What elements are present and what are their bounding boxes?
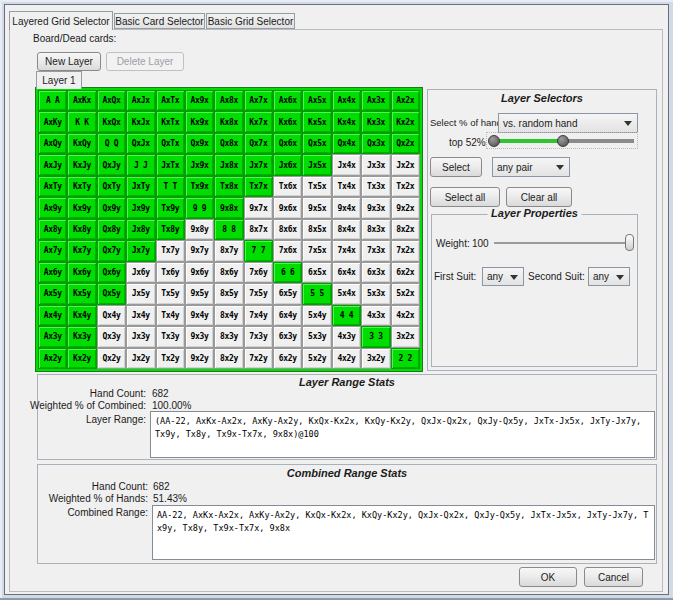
grid-cell[interactable]: Tx6y (156, 262, 185, 283)
grid-cell[interactable]: 8x7y (214, 240, 243, 261)
pair-dropdown[interactable]: any pair (492, 157, 570, 177)
grid-cell[interactable]: 5 5 (302, 283, 331, 304)
grid-cell[interactable]: Jx5y (126, 283, 155, 304)
grid-cell[interactable]: 9x5y (185, 283, 214, 304)
grid-cell[interactable]: Kx3x (361, 111, 390, 132)
grid-cell[interactable]: 3x2x (391, 326, 420, 347)
grid-cell[interactable]: Tx7x (244, 176, 273, 197)
grid-cell[interactable]: Ax8y (38, 219, 67, 240)
grid-cell[interactable]: Kx6y (67, 262, 96, 283)
grid-cell[interactable]: Qx3x (361, 133, 390, 154)
select-all-button[interactable]: Select all (430, 187, 500, 207)
grid-cell[interactable]: 5x3y (302, 326, 331, 347)
grid-cell[interactable]: 8x6y (214, 262, 243, 283)
grid-cell[interactable]: 8x4y (214, 305, 243, 326)
grid-cell[interactable]: Kx6x (273, 111, 302, 132)
grid-cell[interactable]: Jx4y (126, 305, 155, 326)
second-suit-dropdown[interactable]: any (588, 267, 630, 286)
grid-cell[interactable]: 6x4y (273, 305, 302, 326)
grid-cell[interactable]: 9x5x (302, 197, 331, 218)
select-button[interactable]: Select (430, 157, 482, 177)
grid-cell[interactable]: Kx9y (67, 197, 96, 218)
grid-cell[interactable]: Tx5x (302, 176, 331, 197)
grid-cell[interactable]: 5x4x (332, 283, 361, 304)
grid-cell[interactable]: 9x3y (185, 326, 214, 347)
grid-cell[interactable]: Ax7x (244, 90, 273, 111)
grid-cell[interactable]: 4x3x (361, 305, 390, 326)
grid-cell[interactable]: 5x2x (391, 283, 420, 304)
grid-cell[interactable]: Kx7x (244, 111, 273, 132)
grid-cell[interactable]: Jx8y (126, 219, 155, 240)
grid-cell[interactable]: Kx7y (67, 240, 96, 261)
grid-cell[interactable]: 6x2y (273, 348, 302, 369)
grid-cell[interactable]: Qx6y (97, 262, 126, 283)
grid-cell[interactable]: Qx9x (185, 133, 214, 154)
grid-cell[interactable]: Jx2x (391, 154, 420, 175)
slider-thumb-high[interactable] (557, 135, 569, 147)
grid-cell[interactable]: 7x4y (244, 305, 273, 326)
grid-cell[interactable]: AxQx (97, 90, 126, 111)
grid-cell[interactable]: 8x4x (332, 219, 361, 240)
weight-slider[interactable] (494, 234, 634, 251)
grid-cell[interactable]: Ax9y (38, 197, 67, 218)
grid-cell[interactable]: J J (126, 154, 155, 175)
grid-cell[interactable]: 2 2 (391, 348, 420, 369)
grid-cell[interactable]: 3 3 (361, 326, 390, 347)
grid-cell[interactable]: Tx4y (156, 305, 185, 326)
grid-cell[interactable]: Jx8x (214, 154, 243, 175)
grid-cell[interactable]: 6x4x (332, 262, 361, 283)
grid-cell[interactable]: Jx6y (126, 262, 155, 283)
tab-basic-card-selector[interactable]: Basic Card Selector (114, 13, 205, 29)
grid-cell[interactable]: Kx4x (332, 111, 361, 132)
grid-cell[interactable]: Tx4x (332, 176, 361, 197)
grid-cell[interactable]: Tx8x (214, 176, 243, 197)
grid-cell[interactable]: Tx2x (391, 176, 420, 197)
grid-cell[interactable]: Qx4y (97, 305, 126, 326)
grid-cell[interactable]: Tx9x (185, 176, 214, 197)
vs-dropdown[interactable]: vs. random hand (498, 113, 638, 133)
grid-cell[interactable]: Qx7x (244, 133, 273, 154)
grid-cell[interactable]: Qx6x (273, 133, 302, 154)
grid-cell[interactable]: Qx4x (332, 133, 361, 154)
slider-thumb-low[interactable] (488, 135, 500, 147)
grid-cell[interactable]: Tx3y (156, 326, 185, 347)
grid-cell[interactable]: Ax3y (38, 326, 67, 347)
grid-cell[interactable]: KxTy (67, 176, 96, 197)
grid-cell[interactable]: 8x6x (273, 219, 302, 240)
grid-cell[interactable]: Tx8y (156, 219, 185, 240)
grid-cell[interactable]: 9x6x (273, 197, 302, 218)
grid-cell[interactable]: 8x5y (214, 283, 243, 304)
grid-cell[interactable]: 9x7y (185, 240, 214, 261)
grid-cell[interactable]: Kx8x (214, 111, 243, 132)
grid-cell[interactable]: Kx8y (67, 219, 96, 240)
grid-cell[interactable]: 9x8y (185, 219, 214, 240)
grid-cell[interactable]: 8x2y (214, 348, 243, 369)
grid-cell[interactable]: 7x2y (244, 348, 273, 369)
grid-cell[interactable]: Ax8x (214, 90, 243, 111)
grid-cell[interactable]: 4x2y (332, 348, 361, 369)
grid-cell[interactable]: Jx3x (361, 154, 390, 175)
grid-cell[interactable]: 6x5x (302, 262, 331, 283)
grid-cell[interactable]: Ax7y (38, 240, 67, 261)
grid-cell[interactable]: Jx9y (126, 197, 155, 218)
grid-cell[interactable]: 9x2x (391, 197, 420, 218)
grid-cell[interactable]: Tx6x (273, 176, 302, 197)
grid-cell[interactable]: Qx3y (97, 326, 126, 347)
grid-cell[interactable]: 9x8x (214, 197, 243, 218)
grid-cell[interactable]: 9 9 (185, 197, 214, 218)
grid-cell[interactable]: 5x3x (361, 283, 390, 304)
grid-cell[interactable]: Tx9y (156, 197, 185, 218)
grid-cell[interactable]: AxJx (126, 90, 155, 111)
grid-cell[interactable]: 9x6y (185, 262, 214, 283)
grid-cell[interactable]: 8x5x (302, 219, 331, 240)
grid-cell[interactable]: Ax2x (391, 90, 420, 111)
grid-cell[interactable]: QxJx (126, 133, 155, 154)
grid-cell[interactable]: 9x3x (361, 197, 390, 218)
grid-cell[interactable]: 7x6y (244, 262, 273, 283)
grid-cell[interactable]: Ax6x (273, 90, 302, 111)
tab-basic-grid-selector[interactable]: Basic Grid Selector (206, 13, 295, 29)
grid-cell[interactable]: Tx7y (156, 240, 185, 261)
grid-cell[interactable]: Ax5y (38, 283, 67, 304)
grid-cell[interactable]: 7x5x (302, 240, 331, 261)
grid-cell[interactable]: Qx8x (214, 133, 243, 154)
